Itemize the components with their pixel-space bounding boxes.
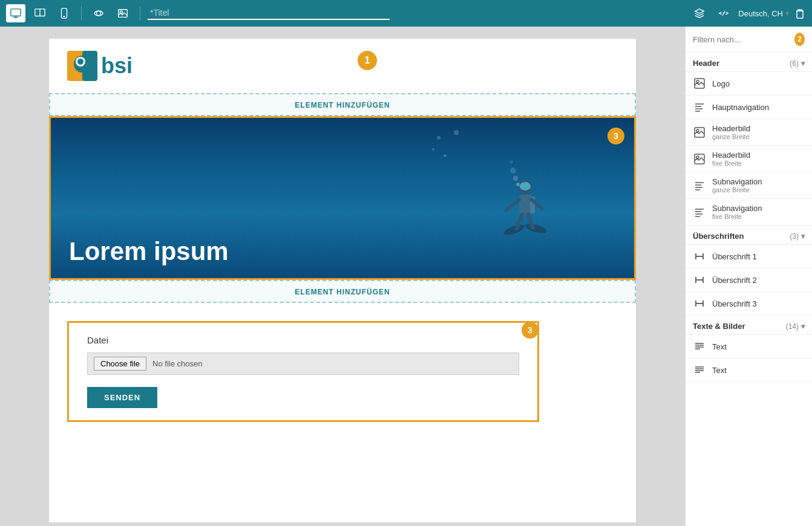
sidebar-item-text-2[interactable]: Text — [686, 359, 812, 382]
canvas-area: bsi 1 ELEMENT HINZUFÜGEN — [0, 27, 685, 526]
headerbild-ganze-text: Headerbild ganze Breite — [712, 124, 750, 140]
send-button[interactable]: SENDEN — [87, 387, 157, 408]
bsi-header-section: bsi 1 — [49, 39, 636, 93]
hero-badge-3: 3 — [607, 128, 624, 144]
svg-point-20 — [520, 182, 531, 190]
ueberschriften-section-label: Überschriften — [693, 232, 744, 241]
upload-form: Datei Choose file No file chosen SENDEN … — [67, 321, 539, 422]
bsi-logo: bsi — [67, 51, 133, 81]
svg-point-26 — [525, 222, 548, 235]
element-add-zone-bottom[interactable]: ELEMENT HINZUFÜGEN — [49, 280, 636, 303]
toolbar: Deutsch, CH ▾ — [0, 0, 812, 27]
svg-point-31 — [510, 167, 516, 174]
language-chevron-icon: ▾ — [785, 9, 789, 18]
no-file-text: No file chosen — [152, 359, 202, 368]
search-badge: 2 — [794, 33, 805, 46]
hero-section: Lorem ipsum 3 — [49, 116, 636, 280]
file-input-row: Choose file No file chosen — [87, 352, 519, 375]
divider-1 — [81, 6, 82, 21]
sidebar-item-ueberschrift-1[interactable]: Überschrift 1 — [686, 245, 812, 268]
layers-button[interactable] — [690, 4, 709, 22]
badge-3-form: 3 — [522, 322, 539, 339]
ueberschrift-3-label: Überschrift 3 — [712, 299, 757, 308]
sidebar-item-logo[interactable]: Logo — [686, 72, 812, 96]
subnavigation-ganze-icon — [693, 179, 706, 192]
subnavigation-ganze-sublabel: ganze Breite — [712, 186, 762, 193]
preview-button[interactable] — [89, 4, 108, 22]
sidebar-item-ueberschrift-3[interactable]: Überschrift 3 — [686, 292, 812, 316]
text-1-label: Text — [712, 342, 727, 351]
bubble-3 — [454, 130, 459, 135]
hauptnavigation-icon — [693, 100, 706, 114]
sidebar-item-subnavigation-fixe[interactable]: Subnavigation fixe Breite — [686, 199, 812, 226]
svg-point-25 — [503, 222, 526, 237]
right-sidebar: 2 Header (6) ▾ Logo Hauptn — [685, 27, 812, 526]
language-selector[interactable]: Deutsch, CH ▾ — [738, 9, 789, 18]
filter-input[interactable] — [693, 35, 794, 44]
page-canvas: bsi 1 ELEMENT HINZUFÜGEN — [49, 39, 636, 522]
svg-rect-12 — [797, 11, 803, 18]
ueberschrift-1-icon — [693, 250, 706, 263]
sidebar-item-ueberschrift-2[interactable]: Überschrift 2 — [686, 268, 812, 292]
text-2-label: Text — [712, 366, 727, 375]
upload-section: Datei Choose file No file chosen SENDEN … — [49, 303, 636, 440]
sidebar-item-text-1[interactable]: Text — [686, 335, 812, 359]
ueberschrift-2-label: Überschrift 2 — [712, 276, 757, 285]
desktop-view-button[interactable] — [6, 4, 25, 22]
svg-point-30 — [513, 176, 518, 181]
headerbild-fixe-sublabel: fixe Breite — [712, 160, 750, 167]
text-2-icon — [693, 363, 706, 377]
subnavigation-ganze-label: Subnavigation — [712, 177, 762, 186]
sidebar-item-subnavigation-ganze[interactable]: Subnavigation ganze Breite — [686, 172, 812, 199]
element-add-zone-top[interactable]: ELEMENT HINZUFÜGEN — [49, 93, 636, 116]
sidebar-item-headerbild-ganze[interactable]: Headerbild ganze Breite — [686, 119, 812, 146]
sidebar-section-header-ueberschriften[interactable]: Überschriften (3) ▾ — [686, 226, 812, 245]
headerbild-fixe-text: Headerbild fixe Breite — [712, 151, 750, 167]
hauptnavigation-label: Hauptnavigation — [712, 103, 769, 112]
svg-point-32 — [509, 160, 513, 164]
svg-rect-21 — [519, 195, 531, 216]
bubble-4 — [444, 154, 447, 157]
badge-1: 1 — [358, 51, 377, 70]
ueberschrift-1-text: Überschrift 1 — [712, 252, 757, 261]
image-view-button[interactable] — [113, 4, 133, 22]
texte-bilder-section-chevron: ▾ — [801, 322, 805, 331]
text-1-icon — [693, 340, 706, 353]
divider-2 — [140, 6, 140, 21]
logo-item-text: Logo — [712, 79, 730, 88]
ueberschriften-section-count: (3) — [790, 232, 799, 241]
headerbild-ganze-sublabel: ganze Breite — [712, 133, 750, 140]
header-section-count: (6) — [790, 59, 799, 68]
language-label: Deutsch, CH — [738, 9, 783, 18]
header-section-label: Header — [693, 59, 719, 68]
hero-text: Lorem ipsum — [51, 225, 247, 278]
text-1-item-text: Text — [712, 342, 727, 351]
element-add-label-top[interactable]: ELEMENT HINZUFÜGEN — [295, 101, 390, 109]
choose-file-button[interactable]: Choose file — [94, 357, 146, 371]
code-button[interactable] — [714, 4, 733, 22]
form-badge-3: 3 — [522, 322, 539, 339]
hero-image: Lorem ipsum 3 — [51, 118, 634, 278]
sidebar-item-hauptnavigation[interactable]: Hauptnavigation — [686, 96, 812, 119]
bsi-brand-text: bsi — [101, 53, 133, 79]
delete-button[interactable] — [794, 7, 806, 19]
logo-item-label: Logo — [712, 79, 730, 88]
bubble-1 — [437, 136, 440, 140]
subnavigation-fixe-label: Subnavigation — [712, 204, 762, 213]
logo-icon — [693, 77, 706, 90]
text-2-item-text: Text — [712, 366, 727, 375]
ueberschrift-3-text: Überschrift 3 — [712, 299, 757, 308]
hauptnavigation-item-text: Hauptnavigation — [712, 103, 769, 112]
sidebar-search: 2 — [686, 27, 812, 53]
headerbild-ganze-icon — [693, 126, 706, 139]
split-view-button[interactable] — [30, 4, 50, 22]
ueberschriften-section-chevron: ▾ — [801, 232, 805, 241]
mobile-view-button[interactable] — [54, 4, 74, 22]
sidebar-section-header-texte-bilder[interactable]: Texte & Bilder (14) ▾ — [686, 316, 812, 335]
texte-bilder-section-label: Texte & Bilder — [693, 322, 745, 331]
element-add-label-bottom[interactable]: ELEMENT HINZUFÜGEN — [295, 288, 390, 296]
sidebar-section-header-header[interactable]: Header (6) ▾ — [686, 53, 812, 72]
subnavigation-ganze-text: Subnavigation ganze Breite — [712, 177, 762, 193]
page-title-input[interactable] — [148, 7, 390, 20]
sidebar-item-headerbild-fixe[interactable]: Headerbild fixe Breite — [686, 146, 812, 172]
